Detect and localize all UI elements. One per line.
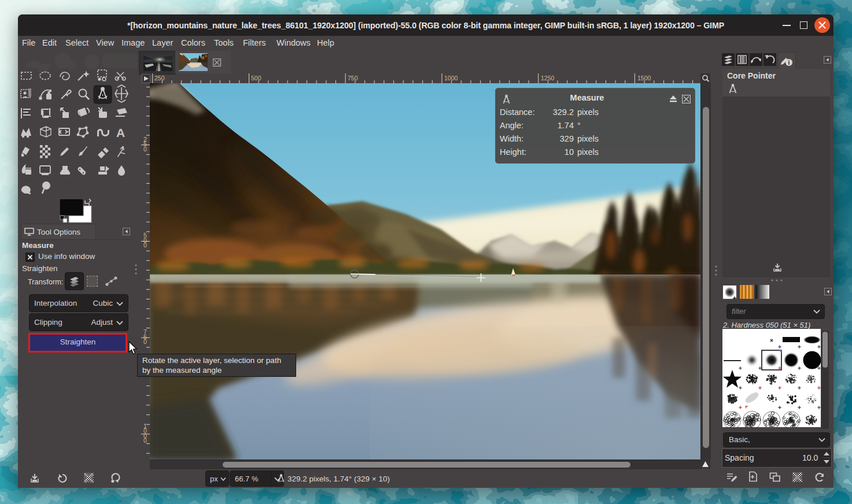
svg-text:0: 0	[143, 437, 147, 444]
svg-text:0: 0	[143, 338, 147, 345]
svg-text:0: 0	[143, 146, 147, 153]
svg-text:750: 750	[348, 75, 358, 81]
svg-text:500: 500	[251, 75, 261, 81]
svg-text:250: 250	[154, 75, 165, 81]
svg-text:i: i	[788, 60, 790, 66]
svg-text:0: 0	[143, 242, 147, 249]
svg-text:1000: 1000	[444, 75, 458, 81]
svg-text:1250: 1250	[541, 75, 555, 81]
